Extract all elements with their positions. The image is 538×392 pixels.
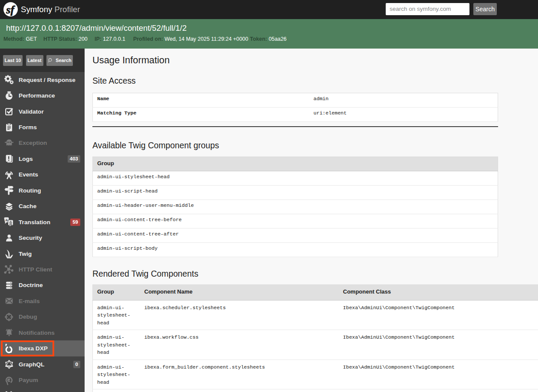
svg-text:sf: sf: [6, 3, 15, 16]
svg-text:a: a: [6, 218, 8, 222]
